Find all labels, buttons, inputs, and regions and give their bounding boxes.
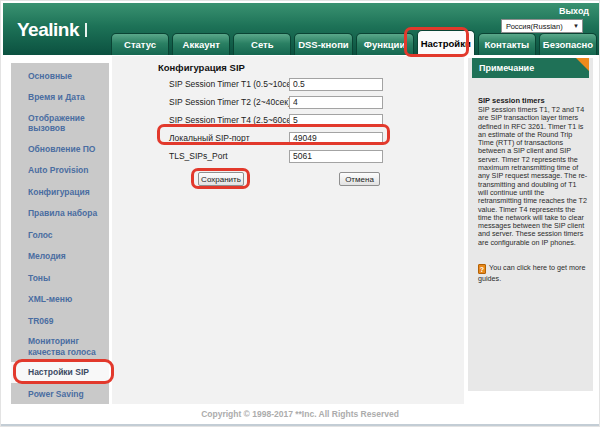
sidebar-item-auto-provision[interactable]: Auto Provision bbox=[11, 160, 109, 182]
tab-bar: Статус Аккаунт Сеть DSS-кнопи Функции На… bbox=[111, 30, 597, 55]
tab-account[interactable]: Аккаунт bbox=[172, 33, 230, 55]
field-label-sip-timer-t1: SIP Session Timer T1 (0.5~10сек) bbox=[169, 79, 289, 89]
note-heading: SIP session timers bbox=[478, 96, 545, 105]
dropdown-caret-icon: ▼ bbox=[573, 23, 579, 29]
folded-corner-icon bbox=[576, 58, 589, 71]
note-panel-header: Примечание bbox=[472, 58, 589, 78]
sip-timer-t2-input[interactable] bbox=[289, 96, 383, 109]
logo-text: Yealink bbox=[17, 19, 79, 41]
field-label-sip-timer-t2: SIP Session Timer T2 (2~40сек) bbox=[169, 97, 289, 107]
sip-timer-t4-input[interactable] bbox=[289, 114, 383, 127]
sidebar-item-basic[interactable]: Основные bbox=[11, 65, 109, 87]
sidebar-item-voice-monitoring[interactable]: Мониторинг качества голоса bbox=[11, 332, 109, 362]
sidebar-item-tones[interactable]: Тоны bbox=[11, 267, 109, 289]
tab-dss-keys[interactable]: DSS-кнопи bbox=[294, 33, 352, 55]
copyright-text: Copyright © 1998-2017 **Inc. All Rights … bbox=[1, 409, 599, 419]
form-row-sip-timer-t4: SIP Session Timer T4 (2.5~60сек) bbox=[169, 113, 383, 127]
tab-settings[interactable]: Настройки bbox=[417, 30, 475, 55]
logout-link[interactable]: Выход bbox=[559, 6, 589, 16]
sidebar-item-power-saving[interactable]: Power Saving bbox=[11, 383, 109, 405]
page-title: Конфигурация SIP bbox=[158, 62, 245, 73]
sidebar-item-upgrade[interactable]: Обновление ПО bbox=[11, 138, 109, 160]
yealink-web-config-page: Yealink Выход Россия(Russian) ▼ Статус А… bbox=[0, 0, 600, 427]
logo-bar bbox=[85, 23, 87, 37]
field-label-sip-timer-t4: SIP Session Timer T4 (2.5~60сек) bbox=[169, 115, 289, 125]
main-content: Конфигурация SIP SIP Session Timer T1 (0… bbox=[112, 56, 464, 404]
tab-status[interactable]: Статус bbox=[111, 33, 169, 55]
sidebar-item-voice[interactable]: Голос bbox=[11, 224, 109, 246]
tab-directory[interactable]: Контакты bbox=[478, 33, 536, 55]
field-label-tls-sips-port: TLS_SIPs_Port bbox=[169, 151, 289, 161]
save-button[interactable]: Сохранить bbox=[198, 172, 244, 186]
header: Yealink Выход Россия(Russian) ▼ Статус А… bbox=[3, 3, 599, 55]
tls-sips-port-input[interactable] bbox=[289, 150, 383, 163]
sidebar-item-ring[interactable]: Мелодия bbox=[11, 246, 109, 268]
field-label-local-sip-port: Локальный SIP-порт bbox=[169, 133, 289, 143]
sidebar-item-sip-settings[interactable]: Настройки SIP bbox=[11, 362, 109, 384]
form-row-tls-sips-port: TLS_SIPs_Port bbox=[169, 149, 383, 163]
bottom-divider bbox=[1, 424, 599, 426]
form-row-sip-timer-t2: SIP Session Timer T2 (2~40сек) bbox=[169, 95, 383, 109]
sidebar-nav: Основные Время и Дата Отображение вызово… bbox=[11, 63, 109, 404]
note-panel-title: Примечание bbox=[479, 63, 534, 73]
sip-timer-t1-input[interactable] bbox=[289, 78, 383, 91]
cancel-button[interactable]: Отмена bbox=[339, 172, 380, 186]
sidebar-item-dial-plan[interactable]: Правила набора bbox=[11, 203, 109, 225]
help-book-icon: ? bbox=[478, 264, 486, 274]
tab-security[interactable]: Безопасно bbox=[539, 33, 597, 55]
sidebar-item-time-date[interactable]: Время и Дата bbox=[11, 87, 109, 109]
form-row-sip-timer-t1: SIP Session Timer T1 (0.5~10сек) bbox=[169, 77, 383, 91]
note-tip-text: You can click here to get more guides. bbox=[478, 263, 585, 283]
sidebar-item-call-display[interactable]: Отображение вызовов bbox=[11, 108, 109, 138]
sidebar-item-tr069[interactable]: TR069 bbox=[11, 310, 109, 332]
sidebar-item-xml-browser[interactable]: XML-меню bbox=[11, 289, 109, 311]
note-tip[interactable]: ?You can click here to get more guides. bbox=[478, 263, 588, 283]
tab-features[interactable]: Функции bbox=[356, 33, 414, 55]
form-row-local-sip-port: Локальный SIP-порт bbox=[169, 131, 383, 145]
sidebar-item-configuration[interactable]: Конфигурация bbox=[11, 181, 109, 203]
note-panel: SIP session timers SIP session timers T1… bbox=[468, 58, 593, 391]
yealink-logo: Yealink bbox=[17, 19, 87, 41]
tab-network[interactable]: Сеть bbox=[233, 33, 291, 55]
note-text: SIP session timers T1, T2 and T4 are SIP… bbox=[478, 106, 588, 247]
local-sip-port-input[interactable] bbox=[289, 132, 383, 145]
